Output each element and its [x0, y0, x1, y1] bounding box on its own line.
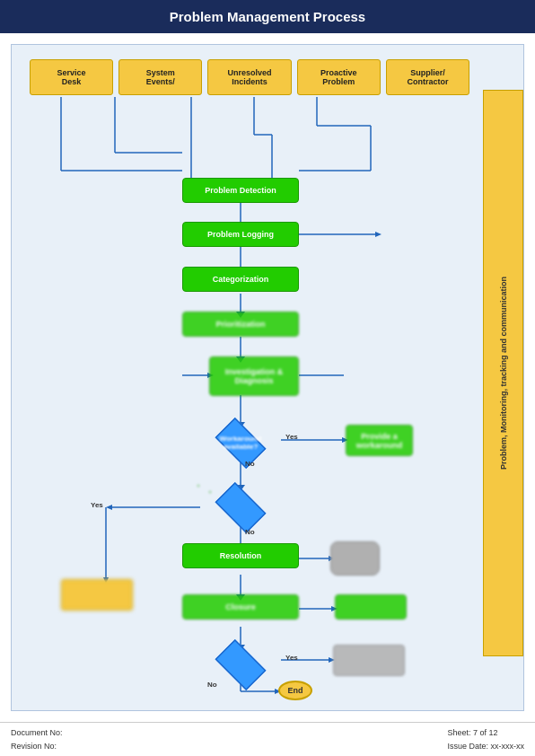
diamond1-label: Workaroundavailable?	[220, 435, 262, 451]
problem-detection-box: Problem Detection	[182, 178, 299, 203]
problem-logging-box: Problem Logging	[182, 222, 299, 247]
svg-marker-17	[375, 232, 382, 237]
prioritization-box: Prioritization	[182, 312, 299, 337]
footer-left: Document No: Revision No:	[11, 726, 63, 752]
end-label: End	[288, 686, 303, 695]
resolution-box: Resolution	[182, 543, 299, 568]
create-known-error-record	[209, 491, 211, 493]
swimlane-proactive-problem: ProactiveProblem	[297, 59, 381, 95]
prioritization-label: Prioritization	[215, 320, 265, 329]
swimlane-service-desk: ServiceDesk	[30, 59, 113, 95]
cylinder-db	[330, 541, 380, 576]
page: Problem Management Process	[0, 0, 535, 756]
sheet-info: Sheet: 7 of 12	[447, 726, 524, 739]
swimlane-system-events: SystemEvents/	[118, 59, 202, 95]
diamond1-no-label: No	[245, 460, 255, 468]
large-green-right	[335, 594, 407, 620]
investigation-label: Investigation & Diagnosis	[225, 367, 284, 385]
diamond2-yes-label: Yes	[91, 501, 103, 509]
issue-date: Issue Date: xx-xxx-xx	[447, 740, 524, 752]
gold-box-left	[61, 579, 133, 611]
closure-label: Closure	[225, 602, 256, 611]
investigation-box: Investigation & Diagnosis	[209, 356, 299, 396]
create-known-error-step	[197, 485, 199, 487]
resolution-label: Resolution	[220, 551, 262, 560]
vertical-label-text: Problem, Monitoring, tracking and commun…	[499, 277, 508, 470]
diamond3-no-label: No	[207, 681, 217, 689]
page-header: Problem Management Process	[0, 0, 535, 33]
swimlane-supplier-contractor: Supplier/Contractor	[386, 59, 469, 95]
diamond1-container: Workaroundavailable?	[196, 420, 285, 465]
problem-detection-label: Problem Detection	[205, 186, 276, 195]
page-title: Problem Management Process	[170, 9, 365, 24]
svg-marker-32	[106, 505, 112, 510]
vertical-monitoring-label: Problem, Monitoring, tracking and commun…	[483, 90, 523, 656]
swimlane-headers: ServiceDesk SystemEvents/ UnresolvedInci…	[21, 52, 478, 95]
diamond2-no-label: No	[245, 528, 255, 536]
footer: Document No: Revision No: Sheet: 7 of 12…	[0, 722, 535, 756]
end-oval: End	[278, 681, 312, 700]
diamond2	[215, 482, 267, 533]
problem-logging-label: Problem Logging	[207, 230, 274, 239]
closure-box: Closure	[182, 594, 299, 620]
categorization-box: Categorization	[182, 267, 299, 292]
major-problem-review	[333, 645, 405, 676]
revision-no: Revision No:	[11, 740, 63, 752]
workaround-label: Provide a workaround	[346, 432, 412, 450]
document-no: Document No:	[11, 726, 63, 739]
categorization-label: Categorization	[213, 275, 269, 284]
diamond1-yes-label: Yes	[285, 433, 298, 441]
diagram-area: ServiceDesk SystemEvents/ UnresolvedInci…	[11, 44, 524, 711]
diamond3	[215, 639, 267, 690]
workaround-box: Provide a workaround	[346, 425, 413, 456]
footer-right: Sheet: 7 of 12 Issue Date: xx-xxx-xx	[447, 726, 524, 752]
swimlane-unresolved-incidents: UnresolvedIncidents	[207, 59, 291, 95]
diamond3-yes-label: Yes	[285, 654, 298, 662]
